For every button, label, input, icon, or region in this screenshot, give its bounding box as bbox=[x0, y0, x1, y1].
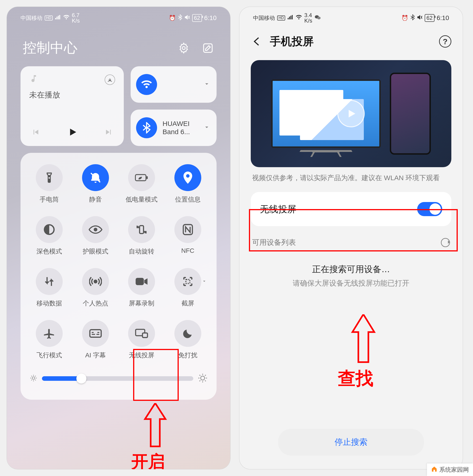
flashlight-icon bbox=[36, 164, 63, 191]
tutorial-video[interactable] bbox=[251, 60, 451, 167]
tile-mute[interactable]: 静音 bbox=[74, 164, 118, 204]
status-left: 中国移动 HD 3.4K/s bbox=[253, 13, 321, 23]
video-note: 视频仅供参考，请以实际产品为准。建议在 WLAN 环境下观看 bbox=[252, 173, 450, 183]
tile-hotspot[interactable]: 个人热点 bbox=[74, 268, 118, 308]
caption-icon bbox=[82, 320, 109, 347]
tile-darkmode[interactable]: 深色模式 bbox=[27, 216, 71, 256]
tile-label: NFC bbox=[181, 247, 194, 255]
help-button[interactable]: ? bbox=[439, 35, 451, 48]
tile-airplane[interactable]: 飞行模式 bbox=[27, 320, 71, 360]
tile-wirelesscast[interactable]: 无线投屏 bbox=[120, 320, 164, 360]
mute-icon bbox=[184, 15, 190, 21]
status-left: 中国移动 HD 6.7K/s bbox=[20, 13, 80, 23]
stop-search-button[interactable]: 停止搜索 bbox=[278, 429, 424, 456]
tile-location[interactable]: 位置信息 bbox=[166, 164, 210, 204]
carrier-label: 中国移动 bbox=[253, 14, 275, 22]
svg-rect-10 bbox=[136, 278, 144, 285]
refresh-icon[interactable] bbox=[441, 238, 450, 247]
tile-screenshot[interactable]: 截屏 bbox=[166, 268, 210, 308]
device-list-header: 可用设备列表 bbox=[252, 238, 450, 248]
phone-illustration bbox=[390, 73, 431, 155]
tile-label: 位置信息 bbox=[175, 195, 200, 204]
annotation-arrow-icon bbox=[350, 314, 377, 365]
back-button[interactable] bbox=[251, 35, 263, 48]
net-speed: 3.4K/s bbox=[304, 13, 312, 23]
clock: 6:10 bbox=[204, 14, 217, 22]
wechat-icon bbox=[315, 15, 321, 21]
annotation-label: 开启 bbox=[131, 450, 165, 469]
mute-icon bbox=[82, 164, 109, 191]
tile-autorotate[interactable]: 自动旋转 bbox=[120, 216, 164, 256]
brightness-fill bbox=[42, 376, 81, 381]
switch-knob bbox=[429, 203, 441, 215]
status-right: ⏰ 62 6:10 bbox=[169, 14, 217, 22]
svg-point-9 bbox=[94, 280, 97, 283]
phone-control-center: 中国移动 HD 6.7K/s ⏰ bbox=[7, 7, 230, 469]
brightness-slider[interactable] bbox=[27, 373, 210, 384]
prev-track-icon[interactable] bbox=[32, 128, 40, 137]
hotspot-icon bbox=[82, 268, 109, 295]
tile-label: 飞行模式 bbox=[36, 351, 62, 360]
tile-eyecare[interactable]: 护眼模式 bbox=[74, 216, 118, 256]
next-track-icon[interactable] bbox=[105, 128, 113, 137]
signal-icon bbox=[55, 15, 61, 21]
tile-dnd[interactable]: 免打扰 bbox=[166, 320, 210, 360]
control-center-title: 控制中心 bbox=[23, 39, 77, 57]
tile-label: AI 字幕 bbox=[85, 351, 106, 360]
media-status: 未在播放 bbox=[29, 90, 115, 100]
svg-rect-7 bbox=[140, 226, 144, 234]
svg-rect-1 bbox=[203, 44, 212, 52]
status-right: ⏰ 62 6:10 bbox=[401, 14, 449, 22]
svg-point-6 bbox=[94, 228, 97, 231]
page-header: 手机投屏 ? bbox=[239, 25, 463, 56]
darkmode-icon bbox=[36, 216, 63, 243]
tile-mobiledata[interactable]: 移动数据 bbox=[27, 268, 71, 308]
watermark-text: 系统家园网 bbox=[439, 466, 469, 474]
brightness-track[interactable] bbox=[42, 376, 193, 381]
wireless-cast-switch[interactable] bbox=[417, 202, 442, 216]
tile-nfc[interactable]: NFC bbox=[166, 216, 210, 256]
chevron-down-icon[interactable] bbox=[202, 279, 206, 285]
bluetooth-tile-label: HUAWEI Band 6... bbox=[163, 119, 198, 136]
play-icon[interactable] bbox=[67, 127, 77, 138]
svg-rect-12 bbox=[90, 330, 101, 337]
edit-icon[interactable] bbox=[201, 42, 214, 54]
eye-icon bbox=[82, 216, 109, 243]
wireless-cast-toggle-row[interactable]: 无线投屏 bbox=[251, 192, 451, 226]
svg-point-0 bbox=[182, 47, 185, 50]
searching-title: 正在搜索可用设备… bbox=[239, 264, 463, 275]
location-icon bbox=[174, 164, 201, 191]
net-speed: 6.7K/s bbox=[72, 13, 80, 23]
searching-subtitle: 请确保大屏设备无线投屏功能已打开 bbox=[239, 278, 463, 288]
tile-label: 无线投屏 bbox=[129, 351, 154, 360]
annotation-label: 查找 bbox=[338, 367, 373, 391]
audio-output-icon[interactable] bbox=[105, 74, 115, 85]
brightness-thumb[interactable] bbox=[76, 374, 86, 384]
tile-label: 手电筒 bbox=[40, 195, 59, 204]
tile-flashlight[interactable]: 手电筒 bbox=[27, 164, 71, 204]
chevron-down-icon[interactable] bbox=[204, 124, 210, 131]
wireless-cast-label: 无线投屏 bbox=[260, 203, 296, 215]
media-card[interactable]: 未在播放 bbox=[20, 66, 124, 146]
searching-block: 正在搜索可用设备… 请确保大屏设备无线投屏功能已打开 bbox=[239, 264, 463, 288]
chevron-down-icon[interactable] bbox=[204, 81, 210, 88]
wifi-tile[interactable] bbox=[131, 66, 217, 103]
device-list-title: 可用设备列表 bbox=[252, 238, 296, 248]
settings-icon[interactable] bbox=[177, 42, 190, 54]
cast-icon bbox=[128, 320, 155, 347]
alarm-icon: ⏰ bbox=[401, 15, 408, 21]
tile-aicaption[interactable]: AI 字幕 bbox=[74, 320, 118, 360]
tile-lowpower[interactable]: 低电量模式 bbox=[120, 164, 164, 204]
clock: 6:10 bbox=[437, 14, 449, 22]
play-icon[interactable] bbox=[337, 100, 365, 127]
hd-icon: HD bbox=[45, 16, 53, 20]
tile-label: 自动旋转 bbox=[129, 247, 154, 256]
signal-icon bbox=[288, 15, 293, 21]
phone-screen-cast: 中国移动 HD 3.4K/s ⏰ bbox=[239, 7, 463, 469]
tile-screenrec[interactable]: 屏幕录制 bbox=[120, 268, 164, 308]
svg-rect-14 bbox=[143, 333, 147, 338]
battery-leaf-icon bbox=[128, 164, 155, 191]
bluetooth-tile[interactable]: HUAWEI Band 6... bbox=[131, 110, 217, 146]
annotation-arrow-icon bbox=[143, 403, 168, 450]
svg-point-17 bbox=[200, 376, 205, 380]
